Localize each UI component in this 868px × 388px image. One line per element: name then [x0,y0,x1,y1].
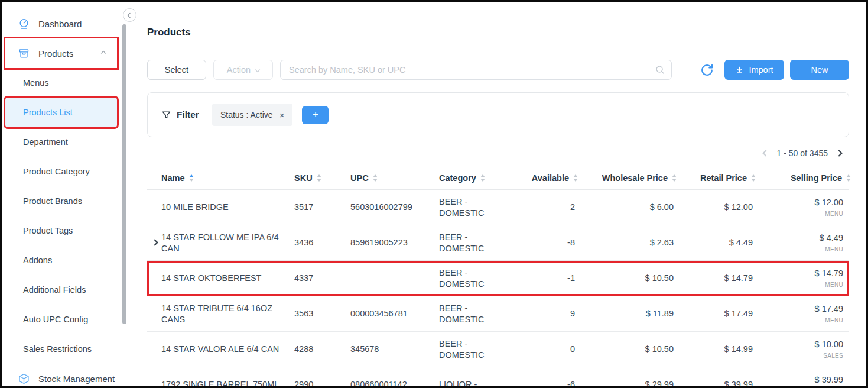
cell-available: 2 [519,202,578,213]
sidebar-item-product-tags[interactable]: Product Tags [2,216,121,245]
chevron-up-icon [101,51,106,56]
products-box-icon [18,47,31,60]
pagination-prev-icon[interactable] [762,150,769,156]
cell-upc: 000003456781 [350,308,439,319]
column-header-upc[interactable]: UPC [350,173,439,183]
sidebar-item-label: Sales Restrictions [23,344,92,354]
sidebar-item-label: Dashboard [38,19,82,29]
sidebar-item-auto-upc-config[interactable]: Auto UPC Config [2,305,121,334]
cell-retail-price: $ 12.00 [677,202,756,213]
column-header-sku[interactable]: SKU [294,173,350,183]
refresh-icon [700,63,714,77]
row-expander-icon[interactable] [151,239,158,245]
table-row[interactable]: 1792 SINGLE BARREL 750ML2990080660001142… [147,367,849,386]
cell-category: BEER - DOMESTIC [439,338,519,361]
table-row[interactable]: 14 STAR TRIBUTE 6/4 16OZ CANS35630000034… [147,296,849,332]
column-header-wholesale[interactable]: Wholesale Price [578,173,677,183]
cell-name: 14 STAR VALOR ALE 6/4 CAN [147,344,294,355]
stock-box-icon [18,373,31,385]
table-row[interactable]: 14 STAR OKTOBERFEST4337BEER - DOMESTIC-1… [147,261,849,296]
table-header: NameSKUUPCCategoryAvailableWholesale Pri… [147,166,849,190]
sidebar-item-label: Additional Fields [23,285,86,295]
column-header-selling[interactable]: Selling Price [756,173,851,183]
sort-desc-caret [751,179,756,182]
sidebar-item-sales-restrictions[interactable]: Sales Restrictions [2,334,121,364]
sidebar-item-stock-management[interactable]: Stock Management [2,364,121,386]
cell-selling-price: $ 17.49MENU [756,303,851,324]
sidebar-collapse-button[interactable] [123,8,136,22]
sidebar-scrollbar[interactable] [122,24,126,324]
column-header-category[interactable]: Category [439,173,519,183]
action-dropdown[interactable]: Action [213,60,273,80]
table-row[interactable]: 14 STAR FOLLOW ME IPA 6/4 CAN34368596190… [147,225,849,261]
cell-upc: 345678 [350,344,439,355]
cell-upc: 5603016002799 [350,202,439,213]
new-button[interactable]: New [790,60,849,80]
chevron-down-icon [255,67,260,72]
selling-price-value: $ 17.49 [815,303,843,315]
sidebar-item-label: Product Category [23,167,90,176]
selling-price-value: $ 10.00 [815,339,843,350]
cell-available: -1 [519,273,578,284]
sidebar-item-additional-fields[interactable]: Additional Fields [2,275,121,305]
column-header-label: SKU [294,173,313,183]
table-row[interactable]: 14 STAR VALOR ALE 6/4 CAN4288345678BEER … [147,332,849,367]
search-icon [655,64,665,77]
toolbar: Select Action Import New [147,60,849,80]
cell-sku: 2990 [294,379,350,386]
cell-category: BEER - DOMESTIC [439,196,519,219]
cell-upc: 859619005223 [350,237,439,248]
table-row[interactable]: 10 MILE BRIDGE35175603016002799BEER - DO… [147,190,849,225]
select-button[interactable]: Select [147,60,206,80]
cell-wholesale-price: $ 11.89 [578,308,677,319]
sort-icon [189,174,194,182]
refresh-button[interactable] [699,62,714,77]
cell-retail-price: $ 39.99 [677,379,756,386]
page-title: Products [147,27,849,38]
column-header-label: Wholesale Price [602,173,668,183]
selling-price-value: $ 39.99 [815,374,843,386]
sort-asc-caret [846,174,851,177]
add-filter-button[interactable]: + [302,106,329,124]
filter-chip: Status : Active× [212,104,292,126]
cell-available: -6 [519,379,578,386]
sort-asc-caret [672,174,677,177]
sidebar-item-addons[interactable]: Addons [2,245,121,275]
cell-category: BEER - DOMESTIC [439,267,519,290]
sidebar-item-menus[interactable]: Menus [2,68,121,98]
column-header-available[interactable]: Available [519,173,578,183]
sort-desc-caret [189,179,194,182]
filter-chips: Status : Active× [199,104,292,126]
product-name: 14 STAR FOLLOW ME IPA 6/4 CAN [161,232,279,253]
close-icon[interactable]: × [279,111,285,119]
pagination: 1 - 50 of 3455 [147,146,849,160]
action-label: Action [227,65,251,75]
column-header-retail[interactable]: Retail Price [677,173,756,183]
sidebar-item-product-brands[interactable]: Product Brands [2,186,121,216]
sidebar: DashboardProductsMenusProducts ListDepar… [2,2,121,386]
cell-name: 10 MILE BRIDGE [147,202,294,213]
app-window: DashboardProductsMenusProducts ListDepar… [0,0,868,388]
sidebar-item-products-list[interactable]: Products List [5,98,117,127]
search-input[interactable] [280,60,672,80]
column-header-name[interactable]: Name [147,173,294,183]
sidebar-item-label: Product Tags [23,226,73,235]
import-button[interactable]: Import [724,60,784,80]
cell-category: LIQUOR - [439,379,519,386]
cell-name: 14 STAR TRIBUTE 6/4 16OZ CANS [147,303,294,325]
price-source-tag: SALES [823,352,843,360]
cell-available: 0 [519,344,578,355]
sidebar-item-department[interactable]: Department [2,127,121,157]
sidebar-item-product-category[interactable]: Product Category [2,157,121,186]
pagination-next-icon[interactable] [836,150,842,156]
sidebar-item-label: Auto UPC Config [23,315,88,324]
product-name: 14 STAR VALOR ALE 6/4 CAN [161,344,279,354]
price-source-tag: MENU [825,210,843,218]
price-source-tag: MENU [825,316,843,324]
dashboard-gauge-icon [18,18,31,30]
sidebar-item-dashboard[interactable]: Dashboard [2,9,121,38]
filter-chip-label: Status : Active [220,110,273,119]
search-box [280,60,672,80]
sort-asc-caret [573,174,578,177]
sidebar-item-products[interactable]: Products [5,38,117,68]
